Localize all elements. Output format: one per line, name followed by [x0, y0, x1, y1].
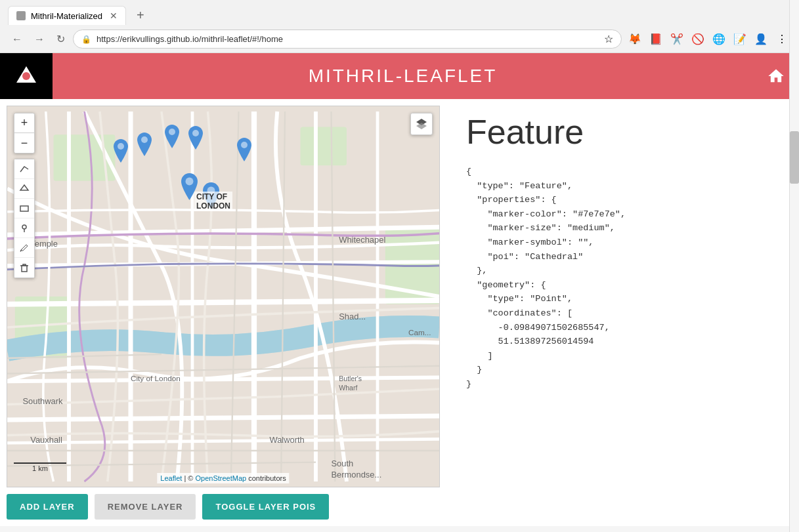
svg-point-40 — [22, 225, 26, 229]
ext-2[interactable]: 📕 — [647, 30, 665, 49]
svg-text:Butler's: Butler's — [339, 375, 362, 382]
svg-text:Southwark: Southwark — [23, 397, 64, 407]
svg-text:Bermondse...: Bermondse... — [331, 470, 381, 480]
zoom-out-button[interactable]: − — [14, 133, 34, 153]
edit-icon — [19, 243, 30, 253]
ext-5[interactable]: 🌐 — [710, 30, 728, 49]
svg-text:Walworth: Walworth — [269, 435, 304, 445]
browser-extensions: 🦊 📕 ✂️ 🚫 🌐 📝 👤 ⋮ — [626, 30, 791, 49]
map-draw-controls — [14, 159, 35, 278]
map-marker-1[interactable] — [114, 139, 128, 165]
draw-polygon-button[interactable] — [14, 179, 34, 199]
app: MITHRIL-LEAFLET — [0, 53, 799, 526]
toggle-pois-button[interactable]: TOGGLE LAYER POIS — [202, 494, 329, 520]
attribution-suffix: contributors — [248, 474, 286, 482]
app-logo — [0, 53, 53, 99]
svg-point-47 — [192, 130, 199, 136]
map-attribution: Leaflet | © OpenStreetMap contributors — [157, 473, 289, 483]
map-controls: + − — [14, 113, 35, 278]
feature-panel: Feature { "type": "Feature", "properties… — [446, 99, 799, 526]
ext-3[interactable]: ✂️ — [668, 30, 686, 49]
svg-point-48 — [241, 142, 248, 148]
ext-7[interactable]: 👤 — [752, 30, 770, 49]
draw-rectangle-button[interactable] — [14, 199, 34, 218]
svg-text:Whitechapel: Whitechapel — [339, 235, 385, 245]
scrollbar[interactable] — [789, 0, 799, 532]
rectangle-icon — [19, 203, 30, 214]
leaflet-link[interactable]: Leaflet — [160, 474, 182, 482]
scale-bar — [14, 462, 66, 464]
new-tab-button[interactable]: + — [131, 5, 150, 26]
delete-button[interactable] — [14, 258, 34, 277]
feature-title: Feature — [466, 112, 779, 152]
map-zoom-control: + − — [14, 113, 35, 153]
map-marker-2[interactable] — [137, 133, 152, 159]
map-container: Temple Whitechapel Shad... Southwark Vau… — [0, 99, 446, 526]
svg-text:City of London: City of London — [131, 374, 181, 382]
svg-rect-41 — [22, 266, 27, 272]
zoom-in-button[interactable]: + — [14, 113, 34, 133]
browser-nav: ← → ↻ 🔒 https://erikvullings.github.io/m… — [0, 26, 799, 52]
ext-6[interactable]: 📝 — [731, 30, 749, 49]
app-header: MITHRIL-LEAFLET — [0, 53, 799, 99]
remove-layer-button[interactable]: REMOVE LAYER — [95, 494, 196, 520]
svg-line-9 — [7, 300, 439, 304]
feature-json: { "type": "Feature", "properties": { "ma… — [466, 165, 779, 392]
map-buttons: ADD LAYER REMOVE LAYER TOGGLE LAYER POIS — [7, 494, 440, 520]
bookmark-icon[interactable]: ☆ — [604, 33, 613, 45]
svg-point-46 — [169, 129, 175, 135]
tab-title: Mithril-Materialized — [31, 11, 102, 21]
layers-icon — [415, 117, 428, 131]
svg-point-45 — [141, 136, 148, 143]
logo-icon — [13, 63, 39, 89]
address-bar[interactable]: 🔒 https://erikvullings.github.io/mithril… — [73, 30, 622, 49]
browser-menu[interactable]: ⋮ — [773, 30, 791, 49]
svg-rect-39 — [20, 206, 28, 211]
home-icon — [767, 67, 785, 85]
svg-rect-4 — [301, 127, 347, 166]
svg-text:Shad...: Shad... — [339, 312, 366, 321]
browser-tab[interactable]: Mithril-Materialized ✕ — [8, 6, 126, 25]
refresh-button[interactable]: ↻ — [53, 30, 69, 48]
trash-icon — [19, 262, 30, 273]
map-wrapper[interactable]: Temple Whitechapel Shad... Southwark Vau… — [7, 106, 440, 487]
app-title: MITHRIL-LEAFLET — [53, 66, 753, 87]
marker-icon — [19, 223, 30, 234]
app-main: Temple Whitechapel Shad... Southwark Vau… — [0, 99, 799, 526]
polygon-icon — [19, 184, 30, 194]
tab-favicon — [16, 11, 26, 20]
svg-point-44 — [118, 143, 124, 150]
lock-icon: 🔒 — [81, 35, 91, 44]
svg-text:Vauxhall: Vauxhall — [30, 435, 62, 445]
ext-4[interactable]: 🚫 — [689, 30, 707, 49]
city-label: CITY OFLONDON — [194, 192, 232, 211]
scrollbar-thumb[interactable] — [790, 131, 799, 184]
scale-label: 1 km — [14, 464, 66, 472]
url-text: https://erikvullings.github.io/mithril-l… — [97, 34, 599, 44]
forward-button[interactable]: → — [30, 31, 49, 48]
svg-point-1 — [22, 72, 30, 80]
edit-button[interactable] — [14, 238, 34, 258]
tab-close-button[interactable]: ✕ — [110, 10, 118, 21]
svg-point-49 — [186, 178, 194, 186]
draw-polyline-button[interactable] — [14, 159, 34, 179]
map-marker-5[interactable] — [237, 138, 251, 164]
svg-text:Cam...: Cam... — [408, 328, 431, 337]
layers-button[interactable] — [410, 113, 433, 135]
svg-marker-38 — [20, 185, 28, 190]
map-marker-4[interactable] — [188, 126, 203, 152]
svg-text:South: South — [331, 459, 353, 468]
polyline-icon — [19, 164, 30, 174]
add-layer-button[interactable]: ADD LAYER — [7, 494, 88, 520]
back-button[interactable]: ← — [8, 31, 26, 48]
svg-marker-43 — [416, 123, 427, 129]
map-marker-3[interactable] — [165, 125, 179, 151]
osm-link[interactable]: OpenStreetMap — [195, 474, 246, 482]
map-tiles: Temple Whitechapel Shad... Southwark Vau… — [7, 106, 439, 487]
svg-text:Wharf: Wharf — [339, 384, 357, 392]
draw-marker-button[interactable] — [14, 218, 34, 238]
map-scale: 1 km — [14, 462, 66, 472]
ext-1[interactable]: 🦊 — [626, 30, 644, 49]
attribution-separator: | © — [184, 474, 195, 482]
